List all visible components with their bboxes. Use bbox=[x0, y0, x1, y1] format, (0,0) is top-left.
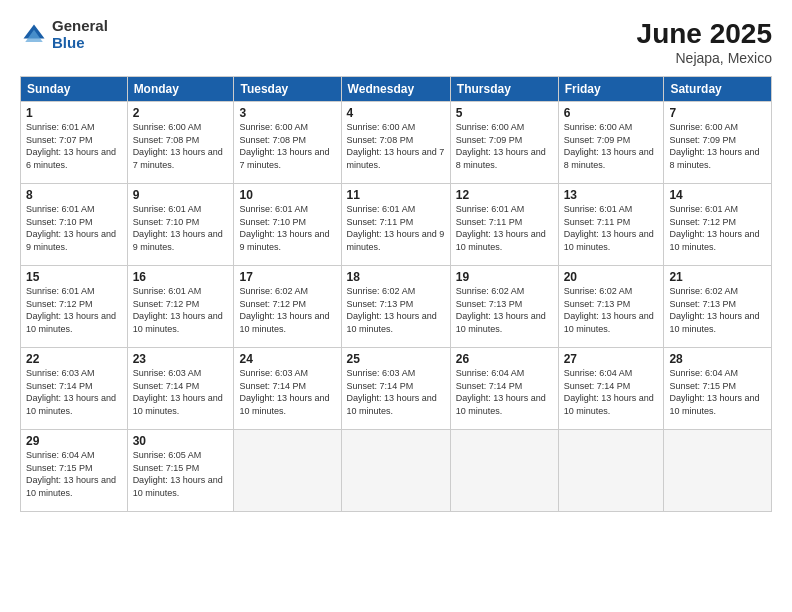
day-number: 20 bbox=[564, 270, 659, 284]
calendar-cell: 2 Sunrise: 6:00 AMSunset: 7:08 PMDayligh… bbox=[127, 102, 234, 184]
day-number: 14 bbox=[669, 188, 766, 202]
day-number: 30 bbox=[133, 434, 229, 448]
header-thursday: Thursday bbox=[450, 77, 558, 102]
day-detail: Sunrise: 6:01 AMSunset: 7:12 PMDaylight:… bbox=[26, 286, 116, 334]
calendar-week-3: 22 Sunrise: 6:03 AMSunset: 7:14 PMDaylig… bbox=[21, 348, 772, 430]
day-detail: Sunrise: 6:05 AMSunset: 7:15 PMDaylight:… bbox=[133, 450, 223, 498]
day-number: 2 bbox=[133, 106, 229, 120]
day-number: 11 bbox=[347, 188, 445, 202]
calendar-cell: 3 Sunrise: 6:00 AMSunset: 7:08 PMDayligh… bbox=[234, 102, 341, 184]
calendar-cell bbox=[341, 430, 450, 512]
logo-general: General bbox=[52, 18, 108, 35]
day-number: 4 bbox=[347, 106, 445, 120]
day-detail: Sunrise: 6:04 AMSunset: 7:14 PMDaylight:… bbox=[564, 368, 654, 416]
day-detail: Sunrise: 6:04 AMSunset: 7:15 PMDaylight:… bbox=[669, 368, 759, 416]
day-number: 28 bbox=[669, 352, 766, 366]
logo-icon bbox=[20, 21, 48, 49]
day-detail: Sunrise: 6:02 AMSunset: 7:13 PMDaylight:… bbox=[564, 286, 654, 334]
day-number: 25 bbox=[347, 352, 445, 366]
day-number: 29 bbox=[26, 434, 122, 448]
calendar-week-1: 8 Sunrise: 6:01 AMSunset: 7:10 PMDayligh… bbox=[21, 184, 772, 266]
day-detail: Sunrise: 6:01 AMSunset: 7:12 PMDaylight:… bbox=[133, 286, 223, 334]
day-number: 7 bbox=[669, 106, 766, 120]
day-detail: Sunrise: 6:00 AMSunset: 7:09 PMDaylight:… bbox=[564, 122, 654, 170]
header-tuesday: Tuesday bbox=[234, 77, 341, 102]
day-detail: Sunrise: 6:01 AMSunset: 7:07 PMDaylight:… bbox=[26, 122, 116, 170]
day-number: 10 bbox=[239, 188, 335, 202]
calendar-cell: 8 Sunrise: 6:01 AMSunset: 7:10 PMDayligh… bbox=[21, 184, 128, 266]
day-number: 3 bbox=[239, 106, 335, 120]
title-location: Nejapa, Mexico bbox=[637, 50, 772, 66]
day-detail: Sunrise: 6:02 AMSunset: 7:12 PMDaylight:… bbox=[239, 286, 329, 334]
header-sunday: Sunday bbox=[21, 77, 128, 102]
calendar-cell: 16 Sunrise: 6:01 AMSunset: 7:12 PMDaylig… bbox=[127, 266, 234, 348]
day-number: 18 bbox=[347, 270, 445, 284]
header-friday: Friday bbox=[558, 77, 664, 102]
day-number: 21 bbox=[669, 270, 766, 284]
day-number: 15 bbox=[26, 270, 122, 284]
calendar-cell: 20 Sunrise: 6:02 AMSunset: 7:13 PMDaylig… bbox=[558, 266, 664, 348]
header-monday: Monday bbox=[127, 77, 234, 102]
calendar-cell: 22 Sunrise: 6:03 AMSunset: 7:14 PMDaylig… bbox=[21, 348, 128, 430]
calendar-cell: 28 Sunrise: 6:04 AMSunset: 7:15 PMDaylig… bbox=[664, 348, 772, 430]
day-number: 24 bbox=[239, 352, 335, 366]
calendar-cell: 5 Sunrise: 6:00 AMSunset: 7:09 PMDayligh… bbox=[450, 102, 558, 184]
day-detail: Sunrise: 6:03 AMSunset: 7:14 PMDaylight:… bbox=[26, 368, 116, 416]
header-row: Sunday Monday Tuesday Wednesday Thursday… bbox=[21, 77, 772, 102]
day-detail: Sunrise: 6:01 AMSunset: 7:11 PMDaylight:… bbox=[564, 204, 654, 252]
day-number: 27 bbox=[564, 352, 659, 366]
day-number: 23 bbox=[133, 352, 229, 366]
calendar-cell bbox=[450, 430, 558, 512]
day-detail: Sunrise: 6:00 AMSunset: 7:09 PMDaylight:… bbox=[456, 122, 546, 170]
day-detail: Sunrise: 6:03 AMSunset: 7:14 PMDaylight:… bbox=[239, 368, 329, 416]
day-detail: Sunrise: 6:03 AMSunset: 7:14 PMDaylight:… bbox=[133, 368, 223, 416]
day-detail: Sunrise: 6:01 AMSunset: 7:11 PMDaylight:… bbox=[347, 204, 445, 252]
day-number: 26 bbox=[456, 352, 553, 366]
calendar-week-0: 1 Sunrise: 6:01 AMSunset: 7:07 PMDayligh… bbox=[21, 102, 772, 184]
header-wednesday: Wednesday bbox=[341, 77, 450, 102]
calendar-cell: 1 Sunrise: 6:01 AMSunset: 7:07 PMDayligh… bbox=[21, 102, 128, 184]
logo: General Blue bbox=[20, 18, 108, 51]
day-detail: Sunrise: 6:04 AMSunset: 7:14 PMDaylight:… bbox=[456, 368, 546, 416]
day-number: 9 bbox=[133, 188, 229, 202]
day-number: 16 bbox=[133, 270, 229, 284]
day-detail: Sunrise: 6:01 AMSunset: 7:12 PMDaylight:… bbox=[669, 204, 759, 252]
calendar-cell: 10 Sunrise: 6:01 AMSunset: 7:10 PMDaylig… bbox=[234, 184, 341, 266]
day-number: 13 bbox=[564, 188, 659, 202]
calendar-cell: 15 Sunrise: 6:01 AMSunset: 7:12 PMDaylig… bbox=[21, 266, 128, 348]
calendar-cell: 11 Sunrise: 6:01 AMSunset: 7:11 PMDaylig… bbox=[341, 184, 450, 266]
calendar-cell: 30 Sunrise: 6:05 AMSunset: 7:15 PMDaylig… bbox=[127, 430, 234, 512]
calendar-cell: 14 Sunrise: 6:01 AMSunset: 7:12 PMDaylig… bbox=[664, 184, 772, 266]
calendar-cell: 17 Sunrise: 6:02 AMSunset: 7:12 PMDaylig… bbox=[234, 266, 341, 348]
calendar-week-4: 29 Sunrise: 6:04 AMSunset: 7:15 PMDaylig… bbox=[21, 430, 772, 512]
calendar-cell: 26 Sunrise: 6:04 AMSunset: 7:14 PMDaylig… bbox=[450, 348, 558, 430]
day-number: 8 bbox=[26, 188, 122, 202]
calendar-cell: 24 Sunrise: 6:03 AMSunset: 7:14 PMDaylig… bbox=[234, 348, 341, 430]
day-detail: Sunrise: 6:02 AMSunset: 7:13 PMDaylight:… bbox=[669, 286, 759, 334]
header: General Blue June 2025 Nejapa, Mexico bbox=[20, 18, 772, 66]
day-detail: Sunrise: 6:03 AMSunset: 7:14 PMDaylight:… bbox=[347, 368, 437, 416]
calendar-body: 1 Sunrise: 6:01 AMSunset: 7:07 PMDayligh… bbox=[21, 102, 772, 512]
calendar-cell bbox=[664, 430, 772, 512]
calendar-cell: 9 Sunrise: 6:01 AMSunset: 7:10 PMDayligh… bbox=[127, 184, 234, 266]
calendar-cell: 29 Sunrise: 6:04 AMSunset: 7:15 PMDaylig… bbox=[21, 430, 128, 512]
day-detail: Sunrise: 6:02 AMSunset: 7:13 PMDaylight:… bbox=[456, 286, 546, 334]
calendar-cell bbox=[234, 430, 341, 512]
calendar-cell bbox=[558, 430, 664, 512]
day-number: 17 bbox=[239, 270, 335, 284]
day-detail: Sunrise: 6:04 AMSunset: 7:15 PMDaylight:… bbox=[26, 450, 116, 498]
calendar-table: Sunday Monday Tuesday Wednesday Thursday… bbox=[20, 76, 772, 512]
calendar-cell: 25 Sunrise: 6:03 AMSunset: 7:14 PMDaylig… bbox=[341, 348, 450, 430]
header-saturday: Saturday bbox=[664, 77, 772, 102]
calendar-cell: 21 Sunrise: 6:02 AMSunset: 7:13 PMDaylig… bbox=[664, 266, 772, 348]
calendar-cell: 7 Sunrise: 6:00 AMSunset: 7:09 PMDayligh… bbox=[664, 102, 772, 184]
logo-blue: Blue bbox=[52, 35, 108, 52]
calendar-cell: 13 Sunrise: 6:01 AMSunset: 7:11 PMDaylig… bbox=[558, 184, 664, 266]
day-number: 12 bbox=[456, 188, 553, 202]
calendar-cell: 6 Sunrise: 6:00 AMSunset: 7:09 PMDayligh… bbox=[558, 102, 664, 184]
day-detail: Sunrise: 6:01 AMSunset: 7:10 PMDaylight:… bbox=[239, 204, 329, 252]
day-detail: Sunrise: 6:02 AMSunset: 7:13 PMDaylight:… bbox=[347, 286, 437, 334]
title-month: June 2025 bbox=[637, 18, 772, 50]
calendar-header: Sunday Monday Tuesday Wednesday Thursday… bbox=[21, 77, 772, 102]
day-detail: Sunrise: 6:00 AMSunset: 7:08 PMDaylight:… bbox=[239, 122, 329, 170]
